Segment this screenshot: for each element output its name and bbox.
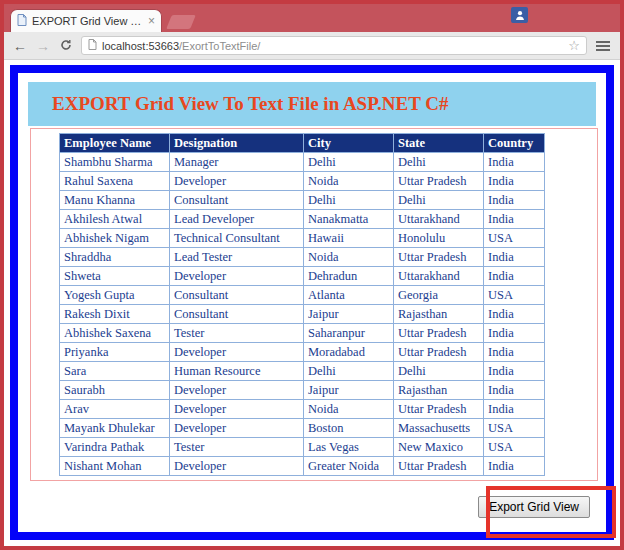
- table-row: Akhilesh AtwalLead DeveloperNanakmattaUt…: [60, 210, 545, 229]
- table-row: SaurabhDeveloperJaipurRajasthanIndia: [60, 381, 545, 400]
- table-row: Rahul SaxenaDeveloperNoidaUttar PradeshI…: [60, 172, 545, 191]
- table-row: Varindra PathakTesterLas VegasNew Maxico…: [60, 438, 545, 457]
- profile-button[interactable]: [511, 7, 528, 23]
- table-cell: Manager: [170, 153, 304, 172]
- table-cell: Rajasthan: [394, 381, 484, 400]
- table-cell: Hawaii: [304, 229, 394, 248]
- browser-window: EXPORT Grid View To a Te × ← → localhost…: [0, 0, 624, 550]
- table-cell: Boston: [304, 419, 394, 438]
- page-heading-band: EXPORT Grid View To Text File in ASP.NET…: [28, 82, 596, 126]
- table-cell: Honolulu: [394, 229, 484, 248]
- table-cell: India: [484, 191, 545, 210]
- back-icon[interactable]: ←: [12, 39, 28, 53]
- table-cell: Atlanta: [304, 286, 394, 305]
- table-row: PriyankaDeveloperMoradabadUttar PradeshI…: [60, 343, 545, 362]
- table-cell: USA: [484, 438, 545, 457]
- table-cell: Consultant: [170, 191, 304, 210]
- table-cell: India: [484, 381, 545, 400]
- table-cell: Technical Consultant: [170, 229, 304, 248]
- forward-icon[interactable]: →: [35, 39, 51, 53]
- table-cell: Uttar Pradesh: [394, 457, 484, 476]
- table-cell: Uttar Pradesh: [394, 248, 484, 267]
- table-row: Yogesh GuptaConsultantAtlantaGeorgiaUSA: [60, 286, 545, 305]
- grid-column-header: Country: [484, 134, 545, 153]
- grid-column-header: Designation: [170, 134, 304, 153]
- table-cell: Delhi: [304, 191, 394, 210]
- table-cell: Human Resource: [170, 362, 304, 381]
- table-cell: Lead Developer: [170, 210, 304, 229]
- export-grid-view-button[interactable]: Export Grid View: [478, 496, 590, 518]
- table-row: AravDeveloperNoidaUttar PradeshIndia: [60, 400, 545, 419]
- table-cell: Jaipur: [304, 381, 394, 400]
- table-cell: Delhi: [394, 191, 484, 210]
- table-cell: Shweta: [60, 267, 170, 286]
- tab-close-icon[interactable]: ×: [148, 15, 155, 27]
- table-cell: Developer: [170, 343, 304, 362]
- table-cell: Tester: [170, 438, 304, 457]
- page-viewport: EXPORT Grid View To Text File in ASP.NET…: [4, 60, 620, 546]
- page-favicon-icon: [17, 14, 27, 28]
- table-cell: Shraddha: [60, 248, 170, 267]
- table-cell: India: [484, 267, 545, 286]
- url-text: localhost:53663/ExortToTextFile/: [102, 40, 260, 52]
- menu-icon[interactable]: [594, 38, 612, 54]
- page-icon: [88, 39, 97, 52]
- table-cell: Arav: [60, 400, 170, 419]
- table-row: Mayank DhulekarDeveloperBostonMassachuse…: [60, 419, 545, 438]
- table-cell: India: [484, 210, 545, 229]
- table-cell: Jaipur: [304, 305, 394, 324]
- table-cell: India: [484, 400, 545, 419]
- table-cell: Uttar Pradesh: [394, 324, 484, 343]
- new-tab-button[interactable]: [166, 15, 196, 29]
- table-cell: Developer: [170, 457, 304, 476]
- address-bar[interactable]: localhost:53663/ExortToTextFile/ ☆: [81, 36, 587, 55]
- table-cell: Mayank Dhulekar: [60, 419, 170, 438]
- table-cell: Abhishek Saxena: [60, 324, 170, 343]
- grid-column-header: Employee Name: [60, 134, 170, 153]
- table-cell: Noida: [304, 400, 394, 419]
- table-cell: Uttarakhand: [394, 267, 484, 286]
- table-row: ShraddhaLead TesterNoidaUttar PradeshInd…: [60, 248, 545, 267]
- table-cell: Delhi: [304, 362, 394, 381]
- table-cell: Delhi: [304, 153, 394, 172]
- grid-body: Shambhu SharmaManagerDelhiDelhiIndiaRahu…: [60, 153, 545, 476]
- table-cell: Uttar Pradesh: [394, 400, 484, 419]
- table-cell: Rahul Saxena: [60, 172, 170, 191]
- bookmark-star-icon[interactable]: ☆: [568, 39, 580, 52]
- employee-gridview: Employee NameDesignationCityStateCountry…: [59, 133, 545, 476]
- table-cell: Greater Noida: [304, 457, 394, 476]
- table-cell: India: [484, 343, 545, 362]
- table-row: Abhishek SaxenaTesterSaharanpurUttar Pra…: [60, 324, 545, 343]
- table-cell: Abhishek Nigam: [60, 229, 170, 248]
- table-row: Abhishek NigamTechnical ConsultantHawaii…: [60, 229, 545, 248]
- browser-tab[interactable]: EXPORT Grid View To a Te ×: [10, 9, 162, 32]
- table-cell: Dehradun: [304, 267, 394, 286]
- table-row: Manu KhannaConsultantDelhiDelhiIndia: [60, 191, 545, 210]
- table-cell: Consultant: [170, 305, 304, 324]
- table-cell: Developer: [170, 172, 304, 191]
- table-cell: Yogesh Gupta: [60, 286, 170, 305]
- grid-header-row: Employee NameDesignationCityStateCountry: [60, 134, 545, 153]
- table-cell: Nishant Mohan: [60, 457, 170, 476]
- table-cell: Saharanpur: [304, 324, 394, 343]
- table-cell: Rajasthan: [394, 305, 484, 324]
- reload-icon[interactable]: [58, 39, 74, 53]
- table-cell: India: [484, 362, 545, 381]
- table-cell: India: [484, 172, 545, 191]
- table-cell: Developer: [170, 381, 304, 400]
- table-cell: USA: [484, 229, 545, 248]
- table-cell: USA: [484, 286, 545, 305]
- page-title: EXPORT Grid View To Text File in ASP.NET…: [52, 93, 449, 115]
- table-row: Shambhu SharmaManagerDelhiDelhiIndia: [60, 153, 545, 172]
- table-row: ShwetaDeveloperDehradunUttarakhandIndia: [60, 267, 545, 286]
- table-cell: Developer: [170, 400, 304, 419]
- table-cell: Priyanka: [60, 343, 170, 362]
- browser-titlebar: EXPORT Grid View To a Te ×: [4, 4, 620, 32]
- table-cell: Massachusetts: [394, 419, 484, 438]
- table-cell: India: [484, 248, 545, 267]
- url-path: /ExortToTextFile/: [179, 40, 260, 52]
- url-host: localhost:53663: [102, 40, 179, 52]
- table-cell: Delhi: [394, 153, 484, 172]
- table-cell: Tester: [170, 324, 304, 343]
- table-cell: New Maxico: [394, 438, 484, 457]
